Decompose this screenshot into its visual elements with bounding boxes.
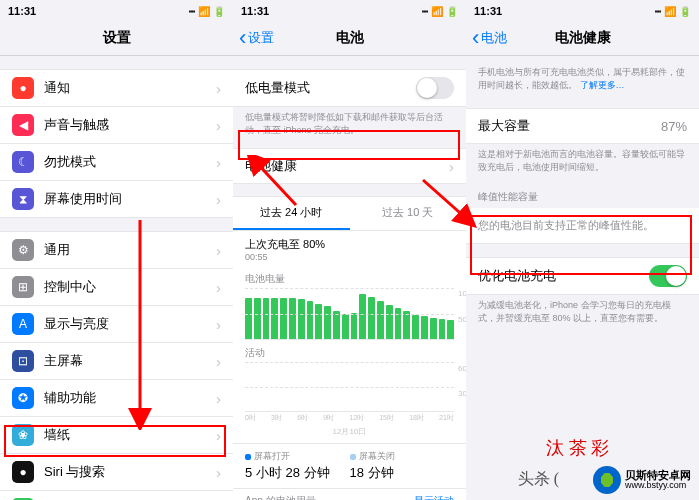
- row-icon: ⊡: [12, 350, 34, 372]
- settings-row[interactable]: ●Siri 与搜索›: [0, 454, 233, 491]
- nav-bar: 电池 电池健康: [466, 20, 699, 56]
- row-icon: ❀: [12, 424, 34, 446]
- row-icon: ⚙: [12, 239, 34, 261]
- status-bar: 11:31 ┉ 📶 🔋: [0, 0, 233, 20]
- chevron-icon: ›: [216, 154, 221, 171]
- settings-row[interactable]: ❀墙纸›: [0, 417, 233, 454]
- chevron-icon: ›: [216, 242, 221, 259]
- usage-stats: 屏幕打开 5 小时 28 分钟 屏幕关闭 18 分钟: [233, 443, 466, 488]
- row-icon: ●: [12, 77, 34, 99]
- status-bar: 11:31 ┉ 📶 🔋: [466, 0, 699, 20]
- settings-row[interactable]: ⊞控制中心›: [0, 269, 233, 306]
- arrow-1: [120, 220, 170, 430]
- row-icon: ✪: [12, 387, 34, 409]
- battery-pane: 11:31 ┉ 📶 🔋 设置 电池 低电量模式 低电量模式将暂时降低如下载和邮件…: [233, 0, 466, 500]
- settings-row[interactable]: ☺面容ID与密码›: [0, 491, 233, 500]
- status-bar: 11:31 ┉ 📶 🔋: [233, 0, 466, 20]
- row-label: 屏幕使用时间: [44, 190, 212, 208]
- chevron-icon: ›: [216, 353, 221, 370]
- back-button[interactable]: 设置: [239, 29, 274, 47]
- chevron-icon: ›: [449, 158, 454, 175]
- optimize-charging-row: 优化电池充电: [466, 257, 699, 295]
- settings-pane: 11:31 ┉ 📶 🔋 设置 ●通知›◀声音与触感›☾勿扰模式›⧗屏幕使用时间›…: [0, 0, 233, 500]
- low-power-toggle[interactable]: [416, 77, 454, 99]
- optimize-toggle[interactable]: [649, 265, 687, 287]
- chevron-icon: ›: [216, 279, 221, 296]
- optimize-note: 为减缓电池老化，iPhone 会学习您每日的充电模式，并暂缓充电至 80% 以上…: [466, 295, 699, 328]
- chevron-icon: ›: [216, 390, 221, 407]
- back-button[interactable]: 电池: [472, 29, 507, 47]
- chevron-icon: ›: [216, 117, 221, 134]
- battery-health-pane: 11:31 ┉ 📶 🔋 电池 电池健康 手机电池与所有可充电电池类似，属于易耗部…: [466, 0, 699, 500]
- last-charge-info: 上次充电至 80% 00:55: [233, 231, 466, 268]
- row-icon: A: [12, 313, 34, 335]
- nav-title: 电池健康: [555, 29, 611, 47]
- nav-title: 设置: [103, 29, 131, 47]
- intro-note: 手机电池与所有可充电电池类似，属于易耗部件，使用时间越长，能效越低。 了解更多…: [466, 56, 699, 95]
- arrow-2: [246, 155, 306, 215]
- chevron-icon: ›: [216, 191, 221, 208]
- row-icon: ⊞: [12, 276, 34, 298]
- chevron-icon: ›: [216, 316, 221, 333]
- row-icon: ☾: [12, 151, 34, 173]
- peak-perf-row: 您的电池目前支持正常的峰值性能。: [466, 208, 699, 244]
- nav-bar: 设置: [0, 20, 233, 56]
- chevron-icon: ›: [216, 427, 221, 444]
- activity-chart: 活动 60分钟 30分钟 0时3时6时9时12时15时18时21时 12月10日: [233, 342, 466, 443]
- app-usage-header: App 的电池用量 显示活动: [233, 488, 466, 500]
- watermark: 贝斯特安卓网 www.bstyy.com: [593, 466, 691, 494]
- settings-row[interactable]: A显示与亮度›: [0, 306, 233, 343]
- settings-row[interactable]: ⚙通用›: [0, 231, 233, 269]
- row-icon: ⧗: [12, 188, 34, 210]
- peak-perf-header: 峰值性能容量: [466, 190, 699, 208]
- calligraphy-text-2: 头杀 (: [518, 469, 559, 490]
- low-power-note: 低电量模式将暂时降低如下载和邮件获取等后台活动，直至 iPhone 完全充电。: [233, 107, 466, 140]
- settings-row[interactable]: ●通知›: [0, 69, 233, 107]
- row-label: 声音与触感: [44, 116, 212, 134]
- nav-bar: 设置 电池: [233, 20, 466, 56]
- settings-row[interactable]: ✪辅助功能›: [0, 380, 233, 417]
- settings-row[interactable]: ☾勿扰模式›: [0, 144, 233, 181]
- row-label: Siri 与搜索: [44, 463, 212, 481]
- row-label: 通知: [44, 79, 212, 97]
- nav-title: 电池: [336, 29, 364, 47]
- row-label: 勿扰模式: [44, 153, 212, 171]
- row-icon: ●: [12, 461, 34, 483]
- watermark-logo: [593, 466, 621, 494]
- svg-line-2: [423, 180, 468, 220]
- show-activity-link[interactable]: 显示活动: [414, 494, 454, 500]
- max-capacity-row: 最大容量 87%: [466, 108, 699, 144]
- svg-line-1: [254, 160, 296, 205]
- row-icon: ◀: [12, 114, 34, 136]
- chevron-icon: ›: [216, 464, 221, 481]
- calligraphy-text: 汰 茶 彩: [546, 436, 609, 460]
- arrow-3: [418, 175, 478, 235]
- settings-row[interactable]: ⧗屏幕使用时间›: [0, 181, 233, 218]
- low-power-row: 低电量模式: [233, 69, 466, 107]
- settings-row[interactable]: ⊡主屏幕›: [0, 343, 233, 380]
- settings-row[interactable]: ◀声音与触感›: [0, 107, 233, 144]
- chevron-icon: ›: [216, 80, 221, 97]
- battery-level-chart: 电池电量 100% 50%: [233, 268, 466, 342]
- max-cap-note: 这是相对于新电池而言的电池容量。容量较低可能导致充电后，电池使用时间缩短。: [466, 144, 699, 177]
